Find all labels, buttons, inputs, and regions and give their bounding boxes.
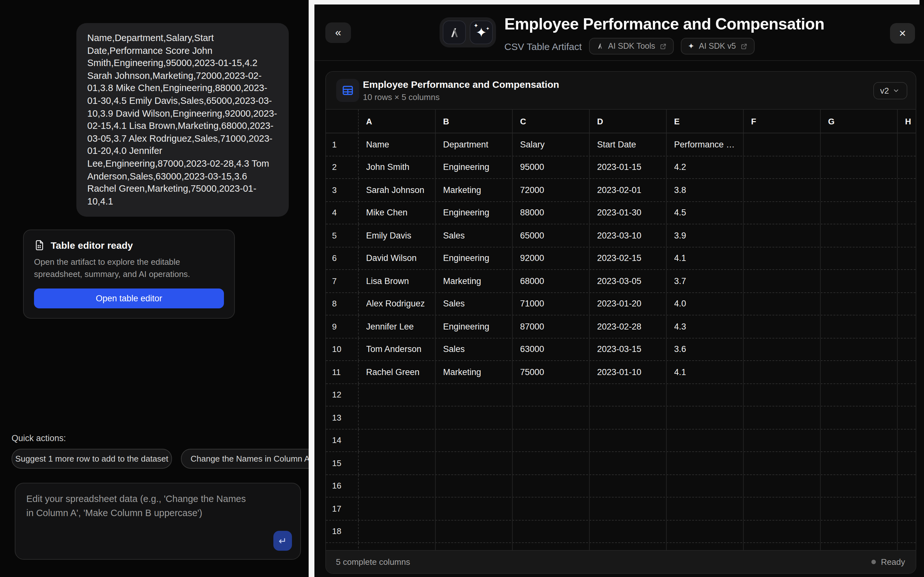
sheet-cell-h15[interactable]	[897, 452, 915, 474]
sheet-cell-e11[interactable]: 4.1	[666, 361, 743, 383]
sheet-cell-b18[interactable]	[435, 520, 512, 542]
column-header-f[interactable]: F	[743, 110, 821, 133]
sheet-cell-h10[interactable]	[897, 338, 915, 360]
sheet-cell-a9[interactable]: Jennifer Lee	[359, 316, 435, 338]
sheet-cell-g11[interactable]	[821, 361, 897, 383]
sheet-cell-a13[interactable]	[359, 406, 435, 429]
row-number[interactable]: 2	[326, 156, 359, 178]
quick-action-change-names[interactable]: Change the Names in Column A	[181, 449, 309, 469]
sheet-cell-b10[interactable]: Sales	[435, 338, 512, 360]
row-number[interactable]: 6	[326, 247, 359, 269]
sheet-cell-g7[interactable]	[821, 270, 897, 292]
sheet-cell-g1[interactable]	[821, 133, 897, 155]
sheet-cell-b8[interactable]: Sales	[435, 293, 512, 315]
sheet-cell-d2[interactable]: 2023-01-15	[590, 156, 666, 178]
sheet-cell-e14[interactable]	[666, 429, 743, 451]
sheet-cell-c7[interactable]: 68000	[512, 270, 590, 292]
sheet-cell-b3[interactable]: Marketing	[435, 179, 512, 201]
send-button[interactable]: ↵	[273, 531, 292, 551]
sheet-cell-d17[interactable]	[590, 498, 666, 520]
sheet-cell-g14[interactable]	[821, 429, 897, 451]
sheet-cell-a2[interactable]: John Smith	[359, 156, 435, 178]
sheet-cell-b11[interactable]: Marketing	[435, 361, 512, 383]
sheet-cell-c6[interactable]: 92000	[512, 247, 590, 269]
sheet-cell-a5[interactable]: Emily Davis	[359, 224, 435, 247]
sheet-cell-h4[interactable]	[897, 201, 915, 224]
sheet-cell-d15[interactable]	[590, 452, 666, 474]
quick-action-suggest-row[interactable]: Suggest 1 more row to add to the dataset	[11, 449, 172, 469]
sheet-cell-a6[interactable]: David Wilson	[359, 247, 435, 269]
sheet-cell-e12[interactable]	[666, 384, 743, 406]
sheet-cell-g18[interactable]	[821, 520, 897, 542]
sheet-cell-f5[interactable]	[743, 224, 821, 247]
sheet-cell-e15[interactable]	[666, 452, 743, 474]
sheet-cell-e1[interactable]: Performance Score	[666, 133, 743, 155]
sheet-cell-e17[interactable]	[666, 498, 743, 520]
row-number[interactable]: 10	[326, 338, 359, 360]
row-number[interactable]: 15	[326, 452, 359, 474]
column-header-b[interactable]: B	[435, 110, 512, 133]
sheet-cell-c15[interactable]	[512, 452, 590, 474]
sheet-cell-b17[interactable]	[435, 498, 512, 520]
sheet-cell-b13[interactable]	[435, 406, 512, 429]
sheet-cell-h2[interactable]	[897, 156, 915, 178]
sheet-cell-d9[interactable]: 2023-02-28	[590, 316, 666, 338]
sheet-cell-f16[interactable]	[743, 475, 821, 497]
sheet-cell-h6[interactable]	[897, 247, 915, 269]
sheet-cell-d16[interactable]	[590, 475, 666, 497]
sheet-cell-e13[interactable]	[666, 406, 743, 429]
sheet-cell-f1[interactable]	[743, 133, 821, 155]
row-number[interactable]: 17	[326, 498, 359, 520]
sheet-cell-g15[interactable]	[821, 452, 897, 474]
sheet-cell-c4[interactable]: 88000	[512, 201, 590, 224]
sheet-cell-g3[interactable]	[821, 179, 897, 201]
sheet-cell-b14[interactable]	[435, 429, 512, 451]
sheet-cell-h5[interactable]	[897, 224, 915, 247]
sheet-cell-d6[interactable]: 2023-02-15	[590, 247, 666, 269]
sheet-cell-e18[interactable]	[666, 520, 743, 542]
sheet-cell-c18[interactable]	[512, 520, 590, 542]
sheet-cell-a11[interactable]: Rachel Green	[359, 361, 435, 383]
sheet-cell-b2[interactable]: Engineering	[435, 156, 512, 178]
sheet-cell-g9[interactable]	[821, 316, 897, 338]
sheet-cell-f4[interactable]	[743, 201, 821, 224]
sheet-cell-b4[interactable]: Engineering	[435, 201, 512, 224]
sheet-cell-g4[interactable]	[821, 201, 897, 224]
column-header-g[interactable]: G	[821, 110, 897, 133]
sheet-cell-f6[interactable]	[743, 247, 821, 269]
version-dropdown[interactable]: v2	[873, 82, 907, 99]
sheet-cell-d18[interactable]	[590, 520, 666, 542]
row-number[interactable]: 16	[326, 475, 359, 497]
sheet-cell-a4[interactable]: Mike Chen	[359, 201, 435, 224]
sheet-cell-g2[interactable]	[821, 156, 897, 178]
sheet-cell-b15[interactable]	[435, 452, 512, 474]
row-number[interactable]: 3	[326, 179, 359, 201]
sheet-cell-a7[interactable]: Lisa Brown	[359, 270, 435, 292]
row-number[interactable]: 1	[326, 133, 359, 155]
sheet-cell-e5[interactable]: 3.9	[666, 224, 743, 247]
sheet-cell-h7[interactable]	[897, 270, 915, 292]
sheet-cell-a3[interactable]: Sarah Johnson	[359, 179, 435, 201]
sheet-cell-g13[interactable]	[821, 406, 897, 429]
sheet-cell-c11[interactable]: 75000	[512, 361, 590, 383]
sheet-cell-g6[interactable]	[821, 247, 897, 269]
sheet-cell-g16[interactable]	[821, 475, 897, 497]
row-number[interactable]: 12	[326, 384, 359, 406]
sheet-cell-g12[interactable]	[821, 384, 897, 406]
row-number[interactable]: 13	[326, 406, 359, 429]
sheet-cell-b16[interactable]	[435, 475, 512, 497]
column-header-c[interactable]: C	[512, 110, 590, 133]
sheet-cell-d11[interactable]: 2023-01-10	[590, 361, 666, 383]
row-number[interactable]: 8	[326, 293, 359, 315]
sheet-cell-c10[interactable]: 63000	[512, 338, 590, 360]
sheet-cell-f17[interactable]	[743, 498, 821, 520]
sheet-cell-c9[interactable]: 87000	[512, 316, 590, 338]
sheet-cell-d4[interactable]: 2023-01-30	[590, 201, 666, 224]
row-number[interactable]: 14	[326, 429, 359, 451]
badge-ai-sdk-v5[interactable]: ✦ AI SDK v5	[681, 38, 754, 55]
sheet-cell-h14[interactable]	[897, 429, 915, 451]
sheet-cell-b12[interactable]	[435, 384, 512, 406]
sheet-cell-b9[interactable]: Engineering	[435, 316, 512, 338]
column-header-e[interactable]: E	[666, 110, 743, 133]
sheet-cell-c1[interactable]: Salary	[512, 133, 590, 155]
